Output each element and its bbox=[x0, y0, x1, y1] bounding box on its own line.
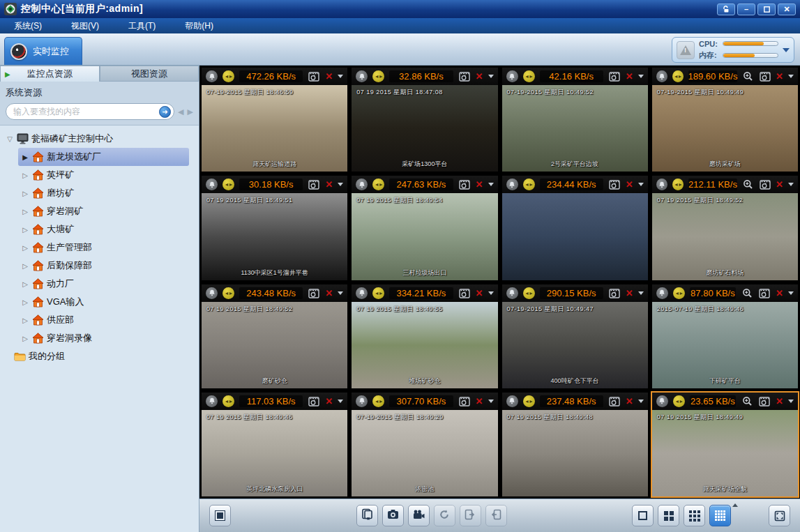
record-icon[interactable] bbox=[608, 287, 621, 298]
record-icon[interactable] bbox=[308, 179, 320, 190]
close-video-icon[interactable]: ✕ bbox=[776, 71, 783, 82]
snapshot-button[interactable] bbox=[382, 505, 404, 526]
camera-tile-5[interactable]: ◄► 30.18 KB/s ✕ 07 19 2015 星期日 18:49:51 … bbox=[200, 174, 349, 281]
record-icon[interactable] bbox=[608, 71, 621, 82]
menu-help[interactable]: 帮助(H) bbox=[181, 19, 218, 33]
page-next-button[interactable] bbox=[485, 505, 507, 526]
camera-tile-15[interactable]: ◄► 237.48 KB/s ✕ 07 19 2015 星期日 18:49:48 bbox=[501, 391, 649, 498]
video-frame[interactable]: 07-19-2015 星期日 10:49:52 2号采矿平台边坡 bbox=[502, 85, 648, 172]
close-video-icon[interactable]: ✕ bbox=[626, 71, 633, 82]
record-icon[interactable] bbox=[608, 395, 621, 406]
menu-tools[interactable]: 工具(T) bbox=[124, 19, 160, 33]
digital-zoom-icon[interactable] bbox=[742, 179, 754, 190]
expand-chevron-icon[interactable]: ▷ bbox=[21, 262, 29, 270]
digital-zoom-icon[interactable] bbox=[741, 395, 753, 406]
chevron-down-icon[interactable] bbox=[783, 48, 790, 52]
tree-item-英坪矿[interactable]: ▷ 英坪矿 bbox=[18, 166, 189, 184]
digital-zoom-icon[interactable] bbox=[742, 71, 754, 82]
alarm-bell-icon[interactable] bbox=[656, 178, 667, 190]
ptz-control-icon[interactable]: ◄► bbox=[673, 395, 685, 407]
camera-tile-10[interactable]: ◄► 334.21 KB/s ✕ 07 19 2015 星期日 18:49:55… bbox=[350, 283, 499, 390]
expand-chevron-icon[interactable]: ▶ bbox=[21, 153, 29, 161]
alarm-bell-icon[interactable] bbox=[206, 70, 218, 82]
video-frame[interactable]: 07 19 2015 星期日 18:49:49 露天采矿场全貌 bbox=[652, 410, 798, 496]
record-icon[interactable] bbox=[308, 71, 320, 82]
layout-16-button[interactable] bbox=[709, 505, 731, 526]
chevron-down-icon[interactable] bbox=[638, 183, 644, 186]
collapse-expander-icon[interactable]: ▽ bbox=[6, 135, 14, 143]
ptz-control-icon[interactable]: ◄► bbox=[222, 178, 234, 190]
alarm-bell-icon[interactable] bbox=[656, 70, 667, 82]
layout-popup-caret-icon[interactable] bbox=[732, 503, 738, 507]
camera-tile-3[interactable]: ◄► 42.16 KB/s ✕ 07-19-2015 星期日 10:49:52 … bbox=[501, 66, 649, 173]
alarm-bell-icon[interactable] bbox=[656, 287, 668, 299]
record-icon[interactable] bbox=[458, 395, 471, 406]
expand-chevron-icon[interactable]: ▷ bbox=[21, 190, 29, 197]
video-frame[interactable]: 07 19 2015 星期日 18:49:51 1130中采区1号溜井平巷 bbox=[202, 193, 347, 280]
video-frame[interactable]: 07 19 2015 星期日 18:49:46 英坪北磷水泵房入口 bbox=[202, 410, 347, 496]
chevron-down-icon[interactable] bbox=[338, 183, 343, 186]
refresh-button[interactable] bbox=[434, 505, 455, 526]
close-video-icon[interactable]: ✕ bbox=[626, 288, 633, 298]
chevron-down-icon[interactable] bbox=[488, 400, 494, 403]
record-icon[interactable] bbox=[458, 179, 471, 190]
search-prev-icon[interactable]: ◀ bbox=[178, 107, 183, 116]
video-frame[interactable]: 07-19-2015 星期日 18:49:29 浓密池 bbox=[352, 410, 497, 496]
layout-4-button[interactable] bbox=[658, 505, 679, 526]
expand-chevron-icon[interactable]: ▷ bbox=[21, 298, 29, 306]
chevron-down-icon[interactable] bbox=[488, 183, 494, 186]
chevron-down-icon[interactable] bbox=[638, 400, 644, 403]
menu-view[interactable]: 视图(V) bbox=[67, 19, 103, 33]
close-all-video-button[interactable] bbox=[356, 505, 378, 526]
ptz-control-icon[interactable]: ◄► bbox=[523, 178, 535, 190]
record-icon[interactable] bbox=[458, 287, 471, 298]
tree-item-动力厂[interactable]: ▷ 动力厂 bbox=[18, 275, 189, 293]
record-icon[interactable] bbox=[308, 395, 320, 406]
record-icon[interactable] bbox=[758, 395, 771, 406]
chevron-down-icon[interactable] bbox=[488, 75, 494, 78]
camera-tile-4[interactable]: ◄► 189.60 KB/s ✕ 07-19-2015 星期日 10:49:49… bbox=[651, 66, 799, 173]
camera-tile-9[interactable]: ◄► 243.48 KB/s ✕ 07 19 2015 星期日 18:49:52… bbox=[200, 283, 349, 390]
tree-item-后勤保障部[interactable]: ▷ 后勤保障部 bbox=[18, 257, 189, 275]
expand-chevron-icon[interactable]: ▷ bbox=[21, 208, 29, 215]
expand-chevron-icon[interactable]: ▷ bbox=[21, 335, 29, 342]
menu-system[interactable]: 系统(S) bbox=[10, 19, 46, 33]
alarm-bell-icon[interactable] bbox=[356, 178, 368, 190]
digital-zoom-icon[interactable] bbox=[741, 287, 753, 298]
ptz-control-icon[interactable]: ◄► bbox=[372, 70, 384, 82]
alarm-bell-icon[interactable] bbox=[506, 178, 518, 190]
stop-square-icon[interactable] bbox=[209, 505, 231, 526]
tree-item-穿岩洞矿[interactable]: ▷ 穿岩洞矿 bbox=[18, 202, 189, 220]
record-icon[interactable] bbox=[458, 71, 471, 82]
ptz-control-icon[interactable]: ◄► bbox=[372, 395, 384, 407]
ptz-control-icon[interactable]: ◄► bbox=[222, 287, 234, 299]
video-frame[interactable]: 07-19-2015 星期日 18:46:59 露天矿运输道路 bbox=[202, 85, 347, 172]
close-video-icon[interactable]: ✕ bbox=[776, 288, 783, 298]
chevron-down-icon[interactable] bbox=[788, 291, 794, 295]
record-button[interactable] bbox=[408, 505, 430, 526]
tree-item-大塘矿[interactable]: ▷ 大塘矿 bbox=[18, 220, 189, 238]
chevron-down-icon[interactable] bbox=[788, 183, 794, 186]
chevron-down-icon[interactable] bbox=[788, 75, 794, 78]
record-icon[interactable] bbox=[308, 287, 320, 298]
ptz-control-icon[interactable]: ◄► bbox=[222, 395, 234, 407]
chevron-down-icon[interactable] bbox=[638, 75, 644, 78]
ptz-control-icon[interactable]: ◄► bbox=[672, 70, 684, 82]
video-frame[interactable]: 07-19-2015 星期日 10:49:49 磨坊采矿场 bbox=[652, 85, 798, 172]
camera-tile-14[interactable]: ◄► 307.70 KB/s ✕ 07-19-2015 星期日 18:49:29… bbox=[350, 391, 499, 498]
close-video-icon[interactable]: ✕ bbox=[476, 71, 483, 82]
ptz-control-icon[interactable]: ◄► bbox=[523, 287, 535, 299]
tree-item-供应部[interactable]: ▷ 供应部 bbox=[18, 311, 189, 329]
chevron-down-icon[interactable] bbox=[638, 291, 644, 295]
alarm-bell-icon[interactable] bbox=[356, 395, 368, 407]
chevron-down-icon[interactable] bbox=[338, 75, 343, 78]
expand-chevron-icon[interactable]: ▷ bbox=[21, 317, 29, 324]
alarm-bell-icon[interactable] bbox=[206, 395, 218, 407]
record-icon[interactable] bbox=[759, 179, 771, 190]
camera-tile-7[interactable]: ◄► 234.44 KB/s ✕ bbox=[501, 174, 649, 281]
expand-chevron-icon[interactable]: ▷ bbox=[21, 280, 29, 288]
camera-tile-11[interactable]: ◄► 290.15 KB/s ✕ 07-19-2015 星期日 10:49:47… bbox=[501, 283, 649, 390]
video-frame[interactable]: 07 19 2015 星期日 18:49:55 堆场矿砂仓 bbox=[352, 302, 497, 388]
ptz-control-icon[interactable]: ◄► bbox=[523, 395, 535, 407]
chevron-down-icon[interactable] bbox=[788, 400, 794, 403]
